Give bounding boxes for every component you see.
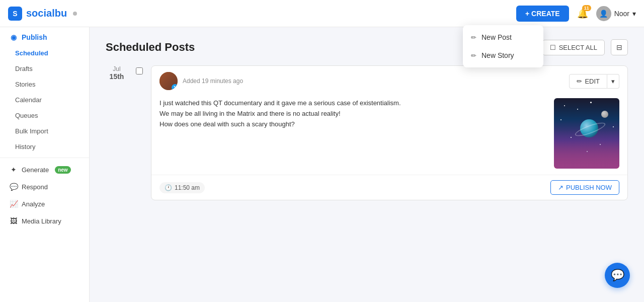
chat-fab-button[interactable]: 💬 bbox=[605, 263, 630, 288]
post-card-header: 𝕏 Added 19 minutes ago ✏ EDIT ▾ bbox=[151, 66, 627, 94]
sidebar-label-respond: Respond bbox=[22, 183, 48, 191]
post-time: 11:50 am bbox=[175, 184, 200, 191]
twitter-icon: 𝕏 bbox=[172, 84, 178, 90]
clock-icon: 🕐 bbox=[165, 184, 172, 191]
sidebar-item-bulk-import[interactable]: Bulk Import bbox=[0, 123, 89, 139]
publish-now-label: PUBLISH NOW bbox=[566, 184, 612, 191]
more-options-button[interactable]: ▾ bbox=[607, 74, 619, 89]
post-text-line3: How does one deal with such a scary thou… bbox=[159, 119, 546, 130]
post-added-time: Added 19 minutes ago bbox=[183, 78, 243, 85]
post-text: I just watched this QT documentary and i… bbox=[159, 98, 546, 169]
star-5 bbox=[560, 119, 561, 120]
star-4 bbox=[577, 109, 578, 110]
select-all-label: SELECT ALL bbox=[559, 44, 597, 51]
scheduled-time-badge: 🕐 11:50 am bbox=[159, 182, 205, 193]
logo-area: S socialbu bbox=[8, 7, 77, 21]
star-6 bbox=[613, 126, 614, 127]
edit-icon: ✏ bbox=[577, 78, 582, 85]
notifications-badge: 11 bbox=[582, 5, 591, 11]
sidebar-label-history: History bbox=[15, 143, 35, 150]
sidebar-divider-1 bbox=[0, 158, 89, 158]
sidebar-item-calendar[interactable]: Calendar bbox=[0, 92, 89, 108]
post-select-checkbox[interactable] bbox=[136, 67, 143, 74]
small-planet bbox=[601, 111, 608, 118]
new-story-item[interactable]: ✏ New Story bbox=[463, 46, 543, 64]
sidebar-label-generate: Generate bbox=[22, 166, 49, 174]
chat-icon: 💬 bbox=[611, 269, 624, 282]
edit-label: EDIT bbox=[585, 78, 600, 85]
post-date-section: Jul 15th 𝕏 Added 19 minutes ago ✏ bbox=[106, 65, 628, 200]
publish-icon: ◉ bbox=[10, 33, 18, 41]
sidebar-item-history[interactable]: History bbox=[0, 139, 89, 155]
sidebar-item-publish[interactable]: ◉ Publish bbox=[0, 27, 89, 45]
post-footer: 🕐 11:50 am ↗ PUBLISH NOW bbox=[151, 175, 627, 200]
sidebar-item-stories[interactable]: Stories bbox=[0, 77, 89, 92]
sidebar-label-publish: Publish bbox=[22, 33, 47, 41]
sidebar: ◉ Publish Scheduled Drafts Stories Calen… bbox=[0, 27, 90, 302]
select-all-button[interactable]: ☐ SELECT ALL bbox=[542, 40, 605, 55]
generate-icon: ✦ bbox=[10, 166, 18, 174]
chevron-down-icon: ▾ bbox=[611, 78, 615, 85]
filter-button[interactable]: ⊟ bbox=[611, 39, 628, 55]
sidebar-label-bulk-import: Bulk Import bbox=[15, 127, 48, 135]
media-icon: 🖼 bbox=[10, 217, 18, 225]
sidebar-item-media-library[interactable]: 🖼 Media Library bbox=[0, 212, 89, 230]
create-button[interactable]: + CREATE bbox=[516, 6, 569, 22]
logo-text: socialbu bbox=[26, 8, 67, 19]
checkbox-icon: ☐ bbox=[550, 44, 556, 51]
post-card-actions: ✏ EDIT ▾ bbox=[569, 74, 619, 89]
page-title: Scheduled Posts bbox=[106, 41, 195, 54]
sidebar-label-drafts: Drafts bbox=[15, 65, 33, 72]
layout: ◉ Publish Scheduled Drafts Stories Calen… bbox=[0, 27, 644, 302]
logo-dot bbox=[73, 12, 77, 16]
sidebar-item-respond[interactable]: 💬 Respond bbox=[0, 178, 89, 195]
topnav: S socialbu + CREATE 🔔 11 👤 Noor ▾ ✏ New … bbox=[0, 0, 644, 27]
date-label: Jul 15th bbox=[106, 65, 128, 81]
post-body: I just watched this QT documentary and i… bbox=[151, 94, 627, 175]
new-post-item[interactable]: ✏ New Post bbox=[463, 28, 543, 46]
create-dropdown: ✏ New Post ✏ New Story bbox=[463, 25, 543, 67]
post-image-inner bbox=[554, 98, 619, 169]
chevron-down-icon: ▾ bbox=[632, 10, 636, 18]
edit-story-icon: ✏ bbox=[471, 52, 476, 59]
nebula bbox=[554, 130, 619, 169]
sidebar-label-scheduled: Scheduled bbox=[15, 49, 48, 57]
star-1 bbox=[564, 105, 565, 106]
post-text-line1: I just watched this QT documentary and i… bbox=[159, 98, 546, 109]
sidebar-item-queues[interactable]: Queues bbox=[0, 108, 89, 123]
post-image bbox=[554, 98, 619, 169]
main-content: Scheduled Posts ☐ SELECT ALL ⊟ Jul 15th bbox=[90, 27, 644, 302]
user-name: Noor bbox=[614, 10, 629, 18]
sidebar-item-generate[interactable]: ✦ Generate new bbox=[0, 161, 89, 178]
post-card: 𝕏 Added 19 minutes ago ✏ EDIT ▾ bbox=[151, 65, 628, 200]
edit-post-icon: ✏ bbox=[471, 34, 476, 41]
edit-button[interactable]: ✏ EDIT bbox=[569, 74, 607, 89]
author-avatar: 𝕏 bbox=[159, 72, 178, 90]
user-avatar: 👤 bbox=[596, 6, 611, 21]
sidebar-item-drafts[interactable]: Drafts bbox=[0, 61, 89, 77]
sidebar-label-calendar: Calendar bbox=[15, 96, 42, 104]
filter-icon: ⊟ bbox=[616, 43, 622, 51]
page-header: Scheduled Posts ☐ SELECT ALL ⊟ bbox=[106, 39, 628, 55]
new-post-label: New Post bbox=[481, 33, 512, 41]
logo-icon: S bbox=[8, 7, 22, 21]
new-story-label: New Story bbox=[481, 51, 514, 59]
share-icon: ↗ bbox=[558, 184, 564, 191]
user-menu-button[interactable]: 👤 Noor ▾ bbox=[596, 6, 636, 21]
analyze-icon: 📈 bbox=[10, 200, 18, 208]
publish-now-button[interactable]: ↗ PUBLISH NOW bbox=[550, 180, 619, 195]
respond-icon: 💬 bbox=[10, 183, 18, 191]
post-text-line2: We may be all living in the Matrix and t… bbox=[159, 109, 546, 119]
nav-right: + CREATE 🔔 11 👤 Noor ▾ bbox=[516, 6, 636, 22]
sidebar-item-scheduled[interactable]: Scheduled bbox=[0, 45, 89, 61]
header-right: ☐ SELECT ALL ⊟ bbox=[542, 39, 628, 55]
notifications-button[interactable]: 🔔 11 bbox=[575, 6, 590, 21]
sidebar-label-stories: Stories bbox=[15, 81, 35, 88]
sidebar-item-analyze[interactable]: 📈 Analyze bbox=[0, 195, 89, 212]
date-month: Jul bbox=[106, 65, 128, 72]
sidebar-label-queues: Queues bbox=[15, 112, 38, 119]
sidebar-label-media-library: Media Library bbox=[22, 217, 61, 225]
post-author: 𝕏 Added 19 minutes ago bbox=[159, 72, 243, 90]
star-3 bbox=[590, 102, 592, 103]
date-day: 15th bbox=[106, 72, 128, 81]
